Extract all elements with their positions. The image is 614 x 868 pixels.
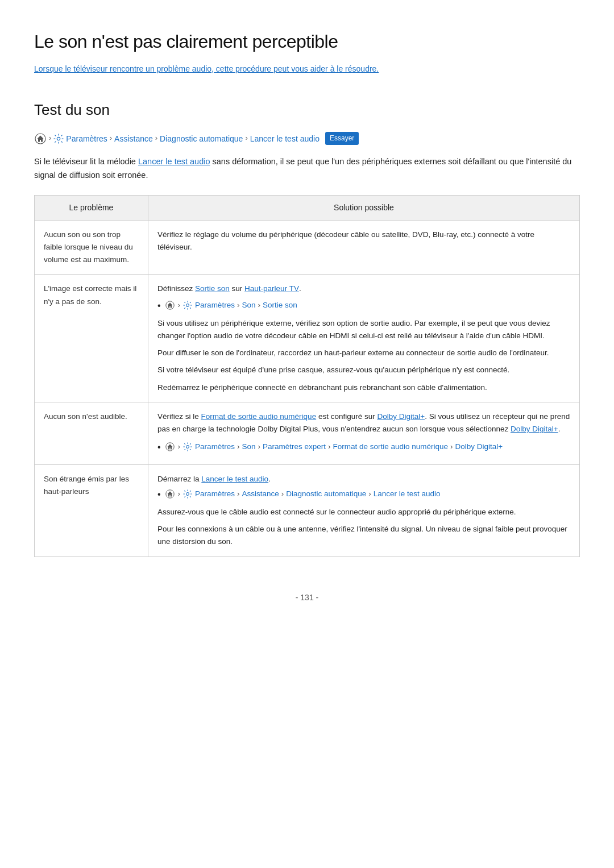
- breadcrumb-diagnostic[interactable]: Diagnostic automatique: [160, 132, 243, 145]
- sortie-son-link[interactable]: Sortie son: [195, 284, 230, 293]
- nav-path-1: › Paramètres › Son › Sortie son: [165, 299, 297, 312]
- nav-diagnostic-4[interactable]: Diagnostic automatique: [286, 488, 366, 500]
- haut-parleur-link[interactable]: Haut-parleur TV: [244, 284, 299, 293]
- nav-son-2[interactable]: Son: [242, 299, 255, 312]
- bullet-icon-3: •: [157, 441, 161, 454]
- nav-param-expert-3[interactable]: Paramètres expert: [263, 441, 326, 453]
- nav-parametres-2[interactable]: Paramètres: [195, 299, 235, 312]
- col-problem-header: Le problème: [35, 196, 148, 220]
- svg-point-7: [186, 493, 189, 496]
- chevron-icon-1: ›: [49, 132, 51, 144]
- table-row: Aucun son n'est audible. Vérifiez si le …: [35, 402, 580, 464]
- solution-cell-2: Définissez Sortie son sur Haut-parleur T…: [148, 275, 580, 402]
- breadcrumb: › Paramètres › Assistance › Diagnostic a…: [34, 132, 580, 145]
- nav-path-4: › Paramètres › Assistance › Diagnostic a…: [165, 488, 441, 500]
- solution-cell-3: Vérifiez si le Format de sortie audio nu…: [148, 402, 580, 464]
- breadcrumb-parametres[interactable]: Paramètres: [66, 132, 107, 145]
- essayer-badge[interactable]: Essayer: [325, 132, 359, 145]
- nav-parametres-4[interactable]: Paramètres: [195, 488, 235, 500]
- nav-assistance-4[interactable]: Assistance: [242, 488, 279, 500]
- nav-lancer-4[interactable]: Lancer le test audio: [374, 488, 441, 500]
- dolby-link-1[interactable]: Dolby Digital+: [377, 412, 425, 421]
- svg-point-1: [57, 137, 60, 140]
- nav-parametres-3[interactable]: Paramètres: [195, 441, 235, 453]
- section-title: Test du son: [34, 98, 580, 122]
- dolby-link-2[interactable]: Dolby Digital+: [511, 425, 558, 433]
- home-icon: [34, 132, 47, 145]
- page-subtitle: Lorsque le téléviseur rencontre un probl…: [34, 63, 379, 75]
- table-row: L'image est correcte mais il n'y a pas d…: [35, 275, 580, 402]
- solutions-table: Le problème Solution possible Aucun son …: [34, 195, 580, 556]
- solution-cell-1: Vérifiez le réglage du volume du périphé…: [148, 220, 580, 275]
- chevron-icon-2: ›: [110, 132, 112, 144]
- page-number: - 131 -: [34, 591, 580, 604]
- page-title: Le son n'est pas clairement perceptible: [34, 27, 580, 56]
- breadcrumb-assistance[interactable]: Assistance: [114, 132, 153, 145]
- bullet-icon-1: •: [157, 299, 161, 313]
- gear-icon: [53, 134, 64, 144]
- problem-cell-4: Son étrange émis par les haut-parleurs: [35, 464, 148, 556]
- problem-cell-3: Aucun son n'est audible.: [35, 402, 148, 464]
- lancer-test-link-4[interactable]: Lancer le test audio: [201, 475, 268, 483]
- nav-sortie-son-2[interactable]: Sortie son: [263, 299, 297, 312]
- format-sortie-link[interactable]: Format de sortie audio numérique: [201, 412, 317, 421]
- lancer-test-link-intro[interactable]: Lancer le test audio: [138, 157, 210, 166]
- col-solution-header: Solution possible: [148, 196, 580, 220]
- table-row: Aucun son ou son trop faible lorsque le …: [35, 220, 580, 275]
- table-row: Son étrange émis par les haut-parleurs D…: [35, 464, 580, 556]
- solution-cell-4: Démarrez la Lancer le test audio. • › Pa…: [148, 464, 580, 556]
- intro-paragraph: Si le téléviseur lit la mélodie Lancer l…: [34, 155, 580, 182]
- svg-point-5: [186, 445, 189, 448]
- breadcrumb-lancer-test[interactable]: Lancer le test audio: [250, 132, 320, 145]
- problem-cell-1: Aucun son ou son trop faible lorsque le …: [35, 220, 148, 275]
- chevron-icon-4: ›: [245, 132, 247, 144]
- nav-format-sortie-3[interactable]: Format de sortie audio numérique: [333, 441, 448, 453]
- nav-path-3: › Paramètres › Son › Paramètres expert ›…: [165, 441, 503, 453]
- nav-dolby-3[interactable]: Dolby Digital+: [455, 441, 503, 453]
- chevron-icon-3: ›: [155, 132, 157, 144]
- nav-son-3[interactable]: Son: [242, 441, 255, 453]
- svg-point-3: [186, 304, 189, 306]
- bullet-icon-4: •: [157, 488, 161, 501]
- problem-cell-2: L'image est correcte mais il n'y a pas d…: [35, 275, 148, 402]
